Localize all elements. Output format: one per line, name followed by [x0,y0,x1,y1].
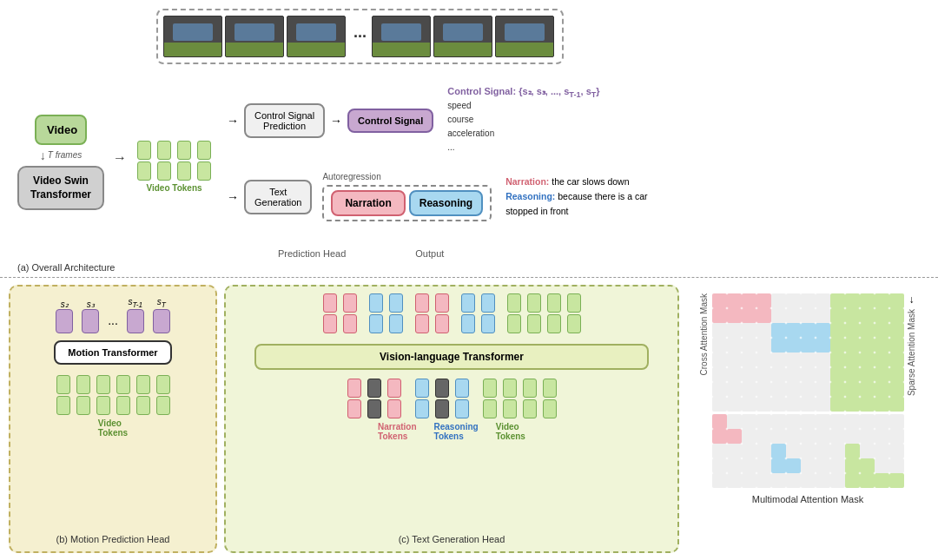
autoregression-label: Autoregression [322,172,380,181]
arrow-to-csp: → [227,114,239,128]
tg-b-gt3a [523,379,537,398]
tg-pt3a [415,293,429,313]
tg-mask2a [435,379,449,398]
video-label: Video [47,123,77,136]
mt-vt6b [156,396,170,415]
signal-st1 [127,309,144,333]
cs-output-label: Control Signal: {s₂, s₃, ..., sT-1, sT} [447,86,599,99]
output-text-area: Narration: the car slows down Reasoning:… [505,175,647,218]
bottom-section: s₂ s₃ ··· sT-1 sT Motion Transformer [0,278,938,560]
tg-bt1a [369,293,383,313]
tg-bt3a [461,293,475,313]
tg-b-pt1a [347,379,361,398]
tg-pt4b [435,314,449,333]
tg-label: TextGeneration [254,187,301,208]
video-frame-6 [495,16,554,57]
s2-label: s₂ [56,300,73,309]
video-frame-4 [372,16,431,57]
tg-gt2a [527,293,541,313]
cross-attention-label: Cross Attention Mask [699,293,709,375]
arrow-csp-to-cs: → [330,114,342,128]
signal-s3 [82,309,99,333]
tg-pt2a [343,293,357,313]
video-tokens-label: Video Tokens [146,183,201,193]
vtoken-2a [157,141,171,160]
signal-s2 [56,309,73,333]
prediction-head-label: Prediction Head [278,248,346,259]
reasoning-label: Reasoning [419,197,472,209]
narration-output-label: Narration: [505,176,549,187]
mt-vt1a [56,375,70,394]
tg-b-gt2b [503,399,517,418]
panel-b-label: (b) Motion Prediction Head [56,534,170,544]
tg-b-gt3b [523,399,537,418]
tg-b-pt1b [347,399,361,418]
tg-mask2b [435,399,449,418]
arrow-swin-to-tokens: → [113,150,127,166]
tg-b-gt4b [543,399,557,418]
tg-gt2b [527,314,541,333]
mt-vt4a [116,375,130,394]
motion-transformer-box: Motion Transformer [54,340,171,365]
tg-pt2b [343,314,357,333]
cs-items: speedcourseacceleration... [447,99,599,155]
vtoken-2b [157,161,171,181]
control-signal-pred-box: Control SignalPrediction [244,103,325,138]
tg-b-bt1b [415,399,429,418]
vtoken-4a [197,141,211,160]
t-frames-label: T frames [48,150,82,160]
video-frame-1 [163,16,222,57]
dots-1: ··· [353,28,367,46]
csp-label: Control SignalPrediction [254,110,314,131]
vtoken-3b [177,161,191,181]
narration-tokens-label: NarrationTokens [378,422,416,441]
panel-attention: Cross Attention Mask [686,285,929,553]
mt-vt1b [56,396,70,415]
s3-label: s₃ [82,300,99,309]
tg-mask1a [367,379,381,398]
st-label: sT [153,297,170,309]
tg-gt1b [507,314,521,333]
tg-b-gt1a [483,379,497,398]
tg-b-pt2b [387,399,401,418]
vtoken-4b [197,161,211,181]
cs-label: Control Signal [358,115,423,126]
top-section: ··· Video ↓ T frames Video SwinTransform… [0,0,938,278]
tg-bt3b [461,314,475,333]
tg-b-bt1a [415,379,429,398]
tg-bt1b [369,314,383,333]
video-frames-row: ··· [156,9,564,64]
tg-pt1b [323,314,337,333]
narration-box: Narration [331,190,405,216]
multimodal-label: Multimodal Attention Mask [752,494,863,504]
mt-vt3a [96,375,110,394]
tg-gt4b [567,314,581,333]
tg-bt4b [481,314,495,333]
tg-b-gt1b [483,399,497,418]
control-signal-box: Control Signal [347,109,433,133]
vlt-box: Vision-language Transformer [254,344,649,370]
reasoning-output-label: Reasoning: [505,191,555,201]
st1-label: sT-1 [127,297,144,309]
mt-vt6a [156,375,170,394]
tg-b-gt4a [543,379,557,398]
video-frame-5 [433,16,492,57]
narration-label: Narration [345,197,391,209]
sparse-attention-grid [712,414,903,487]
sparse-attention-label: Sparse Attention Mask [907,309,916,396]
video-frame-2 [225,16,284,57]
swin-label: Video SwinTransformer [30,175,91,201]
video-tokens-label-b: VideoTokens [98,418,128,438]
signal-st [153,309,170,333]
panel-text: Vision-language Transformer NarrationTok… [224,285,679,553]
mt-vt5a [136,375,150,394]
overall-arch-label: (a) Overall Architecture [17,262,921,273]
video-tokens-label-c: VideoTokens [496,422,525,441]
vtoken-3a [177,141,191,160]
mt-vt3b [96,396,110,415]
tg-gt1a [507,293,521,313]
narration-output-text: the car slows down [552,176,629,187]
reasoning-box: Reasoning [409,190,483,216]
tg-pt4a [435,293,449,313]
vtoken-1a [137,141,151,160]
